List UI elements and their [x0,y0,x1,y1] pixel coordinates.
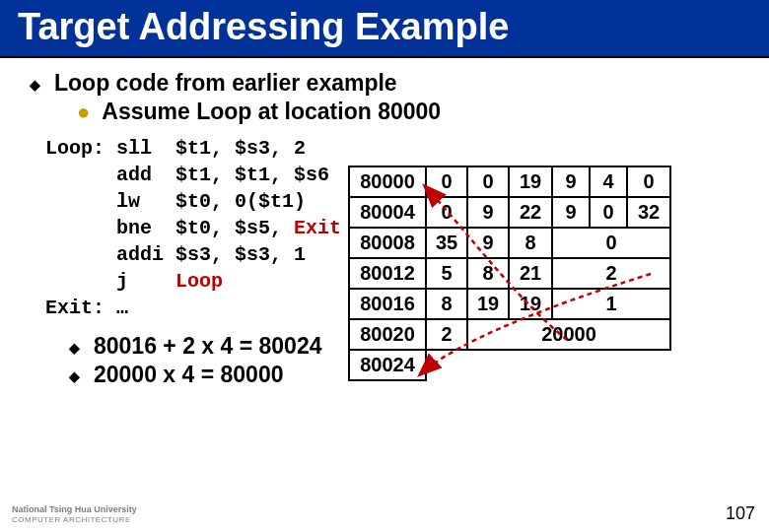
subbullet-text: Assume Loop at location 80000 [102,99,441,125]
code-row: addi $s3, $s3, 1 [39,241,352,268]
table-row: 80024 [349,350,670,380]
field-cell: 9 [467,197,509,228]
bullet-sub: ● Assume Loop at location 80000 [77,99,749,125]
code-args [170,295,352,321]
field-cell: 0 [590,197,627,228]
field-cell: 35 [426,228,467,258]
code-args: $s3, $s3, 1 [170,241,352,268]
field-cell: 19 [467,289,509,319]
code-row: lw $t0, 0($t1) [39,188,352,215]
addr-cell: 80020 [349,319,426,350]
field-cell: 9 [552,166,590,197]
field-cell: 9 [467,228,509,258]
code-instr: bne [110,215,170,241]
code-args: $t0, 0($t1) [170,188,352,215]
field-cell: 8 [467,258,509,289]
code-instr: lw [110,188,170,215]
code-instr: add [110,162,170,188]
field-cell: 0 [627,166,670,197]
slide-title: Target Addressing Example [0,0,769,58]
code-label [39,268,110,295]
field-cell-jtype: 20000 [467,319,670,350]
code-row: bne $t0, $s5, Exit [39,215,352,241]
field-cell: 0 [426,166,467,197]
field-cell: 2 [426,319,467,350]
diamond-bullet-icon: ◆ [30,77,40,93]
calc2-text: 20000 x 4 = 80000 [94,362,284,388]
table-row: 80016 8 19 19 1 [349,289,670,319]
addr-cell: 80012 [349,258,426,289]
empty-cell [426,350,670,380]
encoding-table: 80000 0 0 19 9 4 0 80004 0 9 22 9 0 32 8… [348,166,671,381]
code-args: Loop [170,268,352,295]
code-instr: addi [110,241,170,268]
table-row: 80012 5 8 21 2 [349,258,670,289]
field-cell: 32 [627,197,670,228]
code-row: Exit: … [39,295,352,321]
field-cell: 8 [426,289,467,319]
code-label [39,215,110,241]
addr-cell: 80016 [349,289,426,319]
code-label [39,241,110,268]
diamond-bullet-icon: ◆ [69,368,80,384]
field-cell: 19 [509,289,552,319]
code-row: Loop: sll $t1, $s3, 2 [39,135,352,162]
field-cell: 22 [509,197,552,228]
field-cell: 19 [509,166,552,197]
page-number: 107 [726,503,755,524]
field-cell: 21 [509,258,552,289]
code-label [39,188,110,215]
field-cell-wide: 0 [552,228,670,258]
field-cell: 9 [552,197,590,228]
table-row: 80020 2 20000 [349,319,670,350]
addr-cell: 80004 [349,197,426,228]
code-label [39,162,110,188]
dot-bullet-icon: ● [77,100,90,125]
code-instr: j [110,268,170,295]
code-label: Exit: [39,295,110,321]
field-cell: 8 [509,228,552,258]
bullet-main: ◆ Loop code from earlier example [30,70,749,97]
code-listing: Loop: sll $t1, $s3, 2 add $t1, $t1, $s6 … [39,135,352,321]
table-row: 80004 0 9 22 9 0 32 [349,197,670,228]
addr-cell: 80008 [349,228,426,258]
footer-dept: COMPUTER ARCHITECTURE [12,515,137,524]
code-row: j Loop [39,268,352,295]
field-cell-wide: 1 [552,289,670,319]
calc1-text: 80016 + 2 x 4 = 80024 [94,333,322,360]
code-args: $t0, $s5, Exit [170,215,352,241]
diamond-bullet-icon: ◆ [69,340,80,356]
field-cell: 0 [467,166,509,197]
table-row: 80000 0 0 19 9 4 0 [349,166,670,197]
code-instr: … [110,295,170,321]
field-cell: 4 [590,166,627,197]
addr-cell: 80000 [349,166,426,197]
field-cell-wide: 2 [552,258,670,289]
code-label: Loop: [39,135,110,162]
bullet-text: Loop code from earlier example [54,70,397,97]
table-row: 80008 35 9 8 0 [349,228,670,258]
code-args: $t1, $s3, 2 [170,135,352,162]
footer-branding: National Tsing Hua University COMPUTER A… [12,504,137,524]
footer-university: National Tsing Hua University [12,504,137,514]
code-row: add $t1, $t1, $s6 [39,162,352,188]
field-cell: 5 [426,258,467,289]
field-cell: 0 [426,197,467,228]
code-args: $t1, $t1, $s6 [170,162,352,188]
addr-cell: 80024 [349,350,426,380]
code-instr: sll [110,135,170,162]
